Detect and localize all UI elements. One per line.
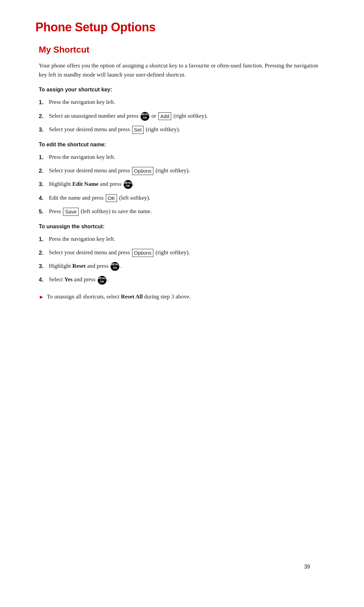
intro-paragraph: Your phone offers you the option of assi… <box>35 61 322 79</box>
step-number: 4. <box>39 193 49 203</box>
step-text: Select your desired menu and press Set (… <box>49 125 180 134</box>
add-button-label: Add <box>158 112 172 120</box>
step-number: 3. <box>39 125 49 134</box>
step-number: 1. <box>39 97 49 107</box>
list-item: 1. Press the navigation key left. <box>39 234 325 244</box>
step-number: 4. <box>39 275 49 284</box>
step-text: Select your desired menu and press Optio… <box>49 166 190 175</box>
set-button-label: Set <box>132 126 144 134</box>
list-item: 2. Select your desired menu and press Op… <box>39 248 325 257</box>
list-item: 2. Select your desired menu and press Op… <box>39 166 325 175</box>
options-button-label: Options <box>132 167 154 175</box>
step-number: 2. <box>39 248 49 257</box>
menu-ok-icon: MENUOK <box>124 180 132 189</box>
list-item: 4. Select Yes and press MENUOK. <box>39 275 325 284</box>
step-number: 5. <box>39 207 49 216</box>
step-text: Select Yes and press MENUOK. <box>49 275 109 284</box>
note-text: To unassign all shortcuts, select Reset … <box>47 292 191 301</box>
step-text: Press the navigation key left. <box>49 234 115 243</box>
menu-ok-icon: MENUOK <box>141 112 149 121</box>
edit-name-text: Edit Name <box>72 181 98 187</box>
list-item: 1. Press the navigation key left. <box>39 97 325 107</box>
list-item: 3. Highlight Reset and press MENUOK. <box>39 261 325 271</box>
yes-text: Yes <box>64 276 73 283</box>
assign-steps-list: 1. Press the navigation key left. 2. Sel… <box>35 97 337 134</box>
list-item: 5. Press Save (left softkey) to save the… <box>39 207 325 216</box>
step-number: 1. <box>39 234 49 244</box>
step-number: 2. <box>39 166 49 175</box>
page-number: 39 <box>304 564 310 570</box>
menu-ok-icon: MENUOK <box>98 276 107 285</box>
subsection-unassign-title: To unassign the shortcut: <box>35 224 337 230</box>
edit-steps-list: 1. Press the navigation key left. 2. Sel… <box>35 152 337 216</box>
list-item: 3. Select your desired menu and press Se… <box>39 125 325 134</box>
subsection-edit-title: To edit the shortcut name: <box>35 142 337 148</box>
step-text: Select your desired menu and press Optio… <box>49 248 190 257</box>
step-text: Edit the name and press OK (left softkey… <box>49 193 150 202</box>
step-number: 3. <box>39 179 49 189</box>
note-arrow-icon: ► <box>39 292 44 301</box>
step-text: Highlight Edit Name and press MENUOK. <box>49 179 134 189</box>
unassign-steps-list: 1. Press the navigation key left. 2. Sel… <box>35 234 337 285</box>
step-text: Highlight Reset and press MENUOK. <box>49 261 122 271</box>
list-item: 1. Press the navigation key left. <box>39 152 325 162</box>
step-text: Press the navigation key left. <box>49 152 115 162</box>
save-button-label: Save <box>63 208 79 216</box>
ok-button-label: OK <box>106 194 117 202</box>
step-text: Press Save (left softkey) to save the na… <box>49 207 152 216</box>
subsection-assign-title: To assign your shortcut key: <box>35 87 337 93</box>
step-text: Press the navigation key left. <box>49 97 115 107</box>
step-number: 1. <box>39 152 49 162</box>
reset-text: Reset <box>72 263 86 269</box>
step-number: 2. <box>39 111 49 121</box>
section-title: My Shortcut <box>35 45 337 55</box>
options-button-label-2: Options <box>132 249 154 257</box>
list-item: 2. Select an unassigned number and press… <box>39 111 325 121</box>
page-content: Phone Setup Options My Shortcut Your pho… <box>35 20 337 587</box>
list-item: 3. Highlight Edit Name and press MENUOK. <box>39 179 325 189</box>
step-number: 3. <box>39 261 49 271</box>
page-title: Phone Setup Options <box>35 20 337 34</box>
menu-ok-icon: MENUOK <box>111 262 119 271</box>
reset-all-text: Reset All <box>121 293 143 300</box>
step-text: Select an unassigned number and press ME… <box>49 111 208 121</box>
list-item: 4. Edit the name and press OK (left soft… <box>39 193 325 203</box>
note-item: ► To unassign all shortcuts, select Rese… <box>35 292 322 301</box>
